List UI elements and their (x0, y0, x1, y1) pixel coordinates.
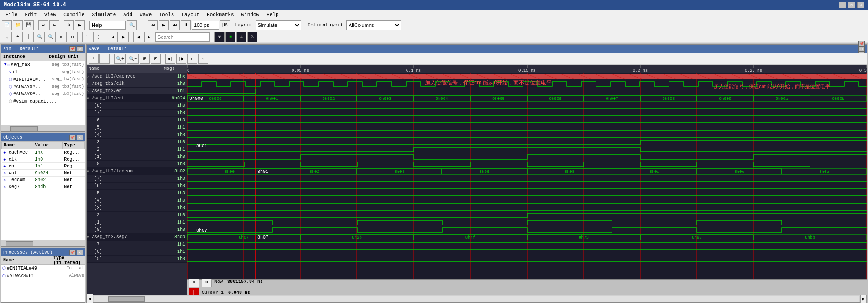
restart-button[interactable]: ⏮ (148, 20, 158, 30)
menu-edit[interactable]: Edit (21, 11, 40, 18)
sig-cnt[interactable]: ▼ /seg_tb3/cnt 9h024 (87, 95, 187, 102)
sig-ledcom-0[interactable]: [0] 1h0 (87, 226, 187, 234)
sig-ledcom-5[interactable]: [5] 1h0 (87, 190, 187, 197)
search-input[interactable] (155, 32, 210, 42)
obj-row-seg7[interactable]: ◇ seg7 8hdbNet (2, 183, 85, 190)
snap-button[interactable]: ⋮ (93, 32, 103, 42)
sig-ledcom-6[interactable]: [6] 1h0 (87, 183, 187, 190)
objects-panel-pin[interactable]: 📌 (69, 135, 76, 140)
step-button[interactable]: ⏭ (170, 20, 180, 30)
wave-cursor-prev-button[interactable]: ◀| (165, 54, 175, 64)
menu-bookmarks[interactable]: Bookmarks (203, 11, 237, 18)
help-input[interactable] (89, 21, 126, 30)
processes-panel-close[interactable]: ✕ (77, 250, 83, 255)
sig-cnt-1[interactable]: [1] 1h0 (87, 153, 187, 161)
zoom-out-button[interactable]: 🔍 (46, 32, 56, 42)
sim-row-always1[interactable]: ⬡ #ALWAYS#... seg_tb3(fast) (1, 83, 85, 90)
wave-zoom-full-button[interactable]: ⊞ (140, 54, 150, 64)
sig-en[interactable]: ▷ /seg_tb3/en 1h1 (87, 88, 187, 95)
sig-seg7-5[interactable]: [5] 1h0 (87, 256, 187, 263)
help-search-button[interactable]: 🔍 (127, 20, 137, 30)
obj-row-clk[interactable]: ◆ clk 1h0Reg... (2, 156, 85, 163)
wave-fit-button[interactable]: ⊡ (151, 54, 161, 64)
new-button[interactable]: 📄 (2, 20, 12, 30)
obj-row-cnt[interactable]: ◇ cnt 9h024Net (2, 170, 85, 177)
proc-row-initial49[interactable]: ⬡ #INITIAL#49 Initial (1, 265, 85, 272)
sig-ledcom[interactable]: ▼ /seg_tb3/ledcom 8h02 (87, 168, 187, 175)
sim-row-i1[interactable]: ▷ i1 seg(fast) (1, 68, 85, 76)
processes-panel-pin[interactable]: 📌 (69, 250, 76, 255)
sig-ledcom-1[interactable]: [1] 1h1 (87, 219, 187, 226)
sim-row-initial1[interactable]: ⬡ #INITIAL#... seg_tb3(fast) (1, 76, 85, 83)
wave-hscrollbar[interactable]: ◀ ▶ (87, 295, 867, 302)
wave-panel-pin[interactable]: 📌 (858, 41, 865, 46)
menu-file[interactable]: File (2, 11, 21, 18)
search-next-button[interactable]: ▶ (144, 32, 154, 42)
sig-cnt-0[interactable]: [0] 1h0 (87, 161, 187, 168)
disp-x-button[interactable]: X (247, 32, 257, 42)
wave-add-button[interactable]: + (89, 54, 99, 64)
wave-edge-next-button[interactable]: ↪ (198, 54, 208, 64)
zoom-full-button[interactable]: ⊞ (57, 32, 67, 42)
scroll-left-button[interactable]: ◀ (87, 294, 93, 303)
objects-panel-close[interactable]: ✕ (77, 135, 83, 140)
waveform-canvas-container[interactable]: 加入使能信号，保证cnt 能从0开始，而不是位置电平 8h01 8h07 (187, 73, 867, 279)
wave-delete-button[interactable]: − (99, 54, 110, 64)
sig-cnt-4[interactable]: [4] 1h0 (87, 131, 187, 139)
sig-clk[interactable]: ▷ /seg_tb3/clk 1h0 (87, 80, 187, 88)
scroll-thumb[interactable] (108, 296, 145, 302)
sig-cnt-2[interactable]: [2] 1h1 (87, 146, 187, 153)
sig-ledcom-7[interactable]: [7] 1h0 (87, 175, 187, 183)
redo-button[interactable]: ↪ (49, 20, 59, 30)
sig-seg7[interactable]: ▼ /seg_tb3/seg7 8hdb (87, 234, 187, 241)
open-button[interactable]: 📁 (13, 20, 23, 30)
disp-z-button[interactable]: Z (236, 32, 246, 42)
wave-panel-detach[interactable]: ⊟ (858, 46, 865, 52)
sim-row-always2[interactable]: ⬡ #ALWAYS#... seg_tb3(fast) (1, 90, 85, 98)
close-button[interactable]: ✕ (857, 2, 864, 8)
sim-row-seg_tb3[interactable]: ▼ ⊞ seg_tb3 seg_tb3(fast) (1, 61, 85, 68)
disp-0-button[interactable]: 0 (214, 32, 225, 42)
sig-cnt-8[interactable]: [8] 1h0 (87, 102, 187, 110)
insert-button[interactable]: + (13, 32, 23, 42)
sig-cnt-5[interactable]: [5] 1h1 (87, 124, 187, 131)
sig-ledcom-2[interactable]: [2] 1h0 (87, 212, 187, 219)
menu-view[interactable]: View (41, 11, 60, 18)
simulate-button[interactable]: ▶ (75, 20, 85, 30)
cursor-button[interactable]: | (24, 32, 34, 42)
disp-1-button[interactable]: ■ (225, 32, 235, 42)
collapse-button[interactable]: ▶ (119, 32, 129, 42)
sig-cnt-6[interactable]: [6] 1h0 (87, 117, 187, 124)
wave-zoom-out-button[interactable]: 🔍− (127, 54, 139, 64)
compile-all-button[interactable]: ⚙ (64, 20, 74, 30)
sig-ledcom-4[interactable]: [4] 1h0 (87, 197, 187, 204)
run-button[interactable]: ▶ (159, 20, 169, 30)
scroll-right-button[interactable]: ▶ (860, 294, 867, 303)
waveform-canvas[interactable] (187, 73, 867, 279)
sig-cnt-7[interactable]: [7] 1h0 (87, 110, 187, 117)
wave-edge-prev-button[interactable]: ↩ (187, 54, 197, 64)
sim-panel-close[interactable]: ✕ (77, 46, 83, 52)
restore-button[interactable]: ❐ (848, 2, 855, 8)
minimize-button[interactable]: _ (839, 2, 846, 8)
layout-select[interactable]: Simulate (256, 20, 301, 30)
undo-button[interactable]: ↩ (38, 20, 48, 30)
wave-zoom-button[interactable]: ≈ (82, 32, 92, 42)
menu-simulate[interactable]: Simulate (88, 11, 120, 18)
wave-cursor-next-button[interactable]: |▶ (176, 54, 186, 64)
zoom-fit-button[interactable]: ⊡ (68, 32, 78, 42)
scroll-track[interactable] (94, 296, 859, 302)
menu-wave[interactable]: Wave (136, 11, 155, 18)
menu-add[interactable]: Add (120, 11, 136, 18)
expand-button[interactable]: ◀ (108, 32, 118, 42)
sim-panel-pin[interactable]: 📌 (69, 46, 76, 52)
obj-row-eachvec[interactable]: ◆ eachvec 1hxReg... (2, 149, 85, 156)
sig-ledcom-3[interactable]: [3] 1h0 (87, 204, 187, 212)
save-button[interactable]: 💾 (24, 20, 34, 30)
sim-row-vsim[interactable]: ⬡ #vsim_capacit... (1, 98, 85, 105)
column-layout-select[interactable]: AllColumns (346, 20, 401, 30)
zoom-in-button[interactable]: 🔍 (35, 32, 45, 42)
run-time-unit-button[interactable]: μs (220, 20, 230, 30)
menu-layout[interactable]: Layout (178, 11, 203, 18)
menu-window[interactable]: Window (238, 11, 263, 18)
